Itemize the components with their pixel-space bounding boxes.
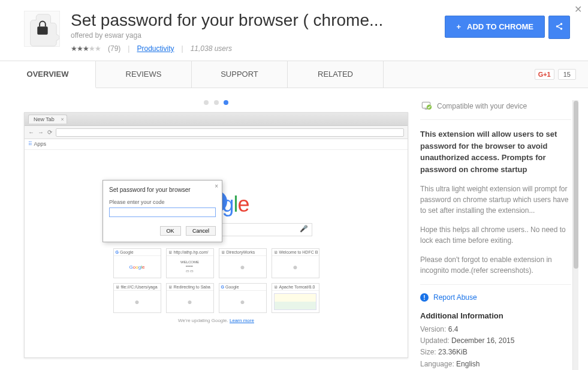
offered-by: offered by eswar yaga	[71, 31, 445, 40]
most-visited-tile: GoogleGoogle	[113, 248, 161, 278]
pager-dot[interactable]	[214, 100, 219, 105]
forward-icon: →	[38, 129, 44, 136]
footer-text: We're updating Google. Learn more	[25, 318, 408, 323]
svg-point-1	[560, 23, 563, 25]
share-button[interactable]	[548, 16, 570, 39]
dialog-title: Set password for your browser	[109, 186, 216, 193]
extension-icon	[24, 11, 60, 47]
back-icon: ←	[28, 129, 34, 136]
scrollbar[interactable]	[572, 100, 578, 370]
apps-bar: Apps	[25, 139, 408, 150]
gplus-button[interactable]: G+1	[535, 69, 554, 80]
learn-more-link[interactable]: Learn more	[230, 318, 254, 323]
dialog-prompt: Please enter your code	[109, 199, 216, 205]
additional-info-title: Additional Information	[420, 311, 571, 320]
address-bar: ← → ⟳	[25, 126, 408, 139]
svg-point-3	[560, 28, 563, 30]
info-size: Size: 23.36KiB	[420, 347, 571, 358]
description-p3: Please don't forgot to enable extension …	[420, 254, 571, 276]
pager-dot[interactable]	[224, 100, 228, 105]
dialog-cancel-button[interactable]: Cancel	[186, 226, 216, 236]
info-updated: Updated: December 16, 2015	[420, 335, 571, 347]
svg-rect-0	[37, 26, 47, 35]
screenshot-preview: New Tab ← → ⟳ Apps Google × Set password…	[24, 112, 408, 358]
dialog-close-icon[interactable]: ×	[215, 183, 218, 189]
tab-related[interactable]: RELATED	[288, 61, 384, 88]
flag-icon: !	[420, 293, 429, 302]
info-version: Version: 6.4	[420, 324, 571, 335]
description-p1: This ultra light weight extension will p…	[420, 184, 571, 216]
ratings-count: (79)	[108, 44, 120, 53]
most-visited-tile: Redirecting to Saba●	[166, 283, 214, 313]
browser-tab: New Tab	[28, 115, 67, 124]
summary: This extension will allow users to set p…	[420, 128, 571, 175]
close-dialog[interactable]: ✕	[574, 4, 582, 15]
carousel-pager	[24, 88, 408, 112]
most-visited-tile: Google●	[219, 283, 267, 313]
tab-bar: OVERVIEW REVIEWS SUPPORT RELATED G+1 15	[0, 61, 588, 88]
plus-icon: +	[456, 22, 461, 31]
sidebar: Compatible with your device This extensi…	[420, 88, 576, 370]
most-visited-tile: http://athp.hp.com/WELCOME━━━▭ ▭	[166, 248, 214, 278]
report-abuse-link[interactable]: ! Report Abuse	[420, 293, 571, 302]
dialog-input[interactable]	[109, 207, 216, 217]
description-p2: Hope this helps all chrome users.. No ne…	[420, 224, 571, 246]
category-link[interactable]: Productivity	[137, 44, 174, 53]
password-dialog: × Set password for your browser Please e…	[102, 180, 222, 242]
user-count: 11,038 users	[191, 44, 232, 53]
star-rating: ★★★★★	[71, 44, 101, 53]
gplus-count: 15	[558, 69, 576, 80]
compatibility: Compatible with your device	[420, 100, 571, 120]
most-visited-tile: Welcome to HDFC B●	[272, 248, 319, 278]
tab-reviews[interactable]: REVIEWS	[96, 61, 192, 88]
info-language: Language: English	[420, 359, 571, 370]
most-visited-tile: file:///C:/Users/yaga●	[113, 283, 161, 313]
header: Set password for your browser ( chrome..…	[0, 0, 588, 61]
dialog-ok-button[interactable]: OK	[160, 226, 181, 236]
reload-icon: ⟳	[47, 129, 52, 136]
pager-dot[interactable]	[204, 100, 209, 105]
extension-title: Set password for your browser ( chrome..…	[71, 11, 445, 30]
most-visited-tile: DirectoryWorks●	[219, 248, 267, 278]
most-visited-tile: Apache Tomcat/8.0	[272, 283, 319, 313]
tab-overview[interactable]: OVERVIEW	[0, 61, 96, 88]
tab-support[interactable]: SUPPORT	[192, 61, 288, 88]
add-to-chrome-button[interactable]: + ADD TO CHROME	[445, 16, 545, 38]
svg-point-2	[556, 25, 559, 28]
